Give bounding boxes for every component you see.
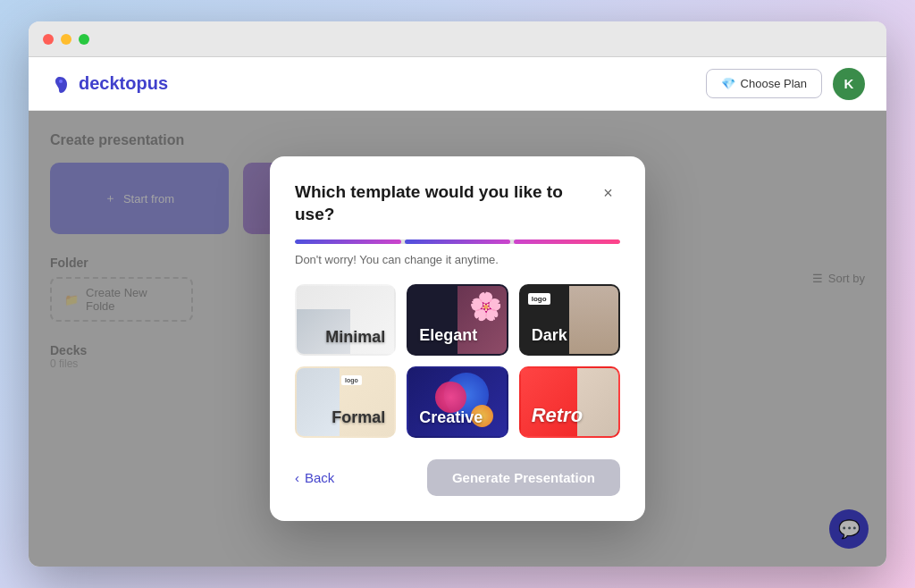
template-card-retro[interactable]: Retro (519, 366, 620, 438)
dark-bg-img (569, 286, 618, 354)
header-actions: 💎 Choose Plan K (706, 68, 865, 100)
template-label-formal: Formal (332, 408, 385, 427)
template-label-minimal: Minimal (325, 328, 385, 347)
template-label-dark: Dark (532, 326, 567, 345)
progress-seg-3 (514, 239, 620, 244)
template-card-formal[interactable]: logo Formal (295, 366, 396, 438)
modal-close-button[interactable]: × (596, 181, 620, 206)
formal-logo: logo (341, 375, 362, 385)
logo-icon (50, 73, 71, 95)
choose-plan-label: Choose Plan (741, 77, 807, 90)
logo-text: decktopus (79, 73, 168, 94)
app-window: decktopus 💎 Choose Plan K Create present… (29, 21, 886, 567)
template-modal: Which template would you like to use? × … (270, 156, 645, 521)
chevron-left-icon: ‹ (295, 470, 299, 485)
modal-overlay: Which template would you like to use? × … (29, 111, 886, 567)
modal-subtitle: Don't worry! You can change it anytime. (295, 253, 620, 266)
app-header: decktopus 💎 Choose Plan K (29, 57, 886, 111)
template-card-minimal[interactable]: Minimal (295, 284, 396, 356)
back-button[interactable]: ‹ Back (295, 470, 334, 485)
template-card-dark[interactable]: logo Dark (519, 284, 620, 356)
generate-button[interactable]: Generate Presentation (427, 459, 620, 496)
back-label: Back (305, 470, 334, 485)
svg-point-0 (59, 80, 63, 83)
flower-icon: 🌸 (469, 290, 502, 322)
minimize-traffic-light[interactable] (61, 34, 71, 45)
diamond-icon: 💎 (721, 77, 735, 90)
modal-footer: ‹ Back Generate Presentation (295, 459, 620, 496)
maximize-traffic-light[interactable] (79, 34, 89, 45)
modal-header: Which template would you like to use? × (295, 181, 620, 225)
template-label-retro: Retro (532, 404, 583, 427)
logo-area: decktopus (50, 73, 168, 95)
template-grid: Minimal 🌸 Elegant logo Dark (295, 284, 620, 438)
progress-seg-2 (405, 239, 511, 244)
progress-bar (295, 239, 620, 244)
template-label-creative: Creative (419, 408, 483, 427)
avatar: K (833, 68, 865, 100)
template-label-elegant: Elegant (419, 326, 477, 345)
titlebar (29, 21, 886, 57)
main-content: Create presentation ＋ Start from Create … (29, 111, 886, 567)
dark-logo: logo (528, 293, 550, 305)
choose-plan-button[interactable]: 💎 Choose Plan (706, 69, 822, 98)
retro-bg (577, 368, 618, 436)
template-card-elegant[interactable]: 🌸 Elegant (407, 284, 508, 356)
modal-title: Which template would you like to use? (295, 181, 596, 225)
progress-seg-1 (295, 239, 401, 244)
template-card-creative[interactable]: Creative (407, 366, 508, 438)
close-traffic-light[interactable] (43, 34, 54, 45)
